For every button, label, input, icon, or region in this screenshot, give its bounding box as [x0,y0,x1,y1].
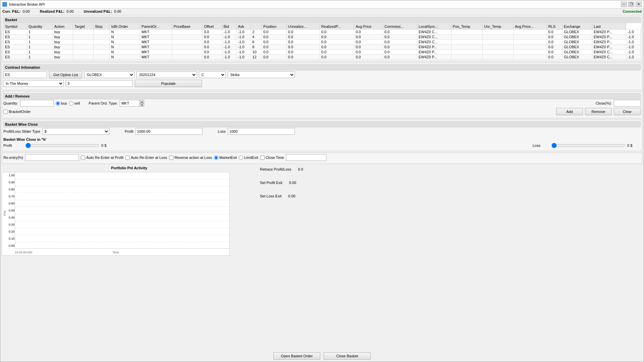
table-cell: MKT [140,55,172,60]
col-position: Position [262,24,286,29]
close-button[interactable]: ✕ [636,2,642,7]
table-cell: -1.0 [236,50,251,55]
y-label-0.50: 0.50 [9,209,13,212]
table-cell: N [110,35,140,40]
profit-slider[interactable] [25,143,99,148]
table-cell: -1.0 [626,40,640,45]
table-cell: GLOBEX [562,35,592,40]
parent-ord-type-wrapper: ▲ ▼ [120,100,144,107]
auto-re-enter-profit-checkbox[interactable] [81,156,85,160]
sell-radio[interactable] [69,101,73,106]
table-cell [451,50,482,55]
col-action: Action [53,24,73,29]
strike-select[interactable]: Strike [228,71,295,78]
minimize-button[interactable]: ─ [621,2,627,7]
right-info-panel: Retrace Profit/Loss 0.0 Set Profit Exit … [258,165,642,350]
market-exit-radio[interactable] [214,156,218,160]
sell-radio-item: sell [69,101,80,106]
reverse-at-loss-checkbox[interactable] [169,156,173,160]
loss-input[interactable] [228,128,295,135]
limit-exit-radio[interactable] [239,156,243,160]
add-button[interactable]: Add [556,108,583,115]
table-cell [483,45,514,50]
title-bar-controls: ─ ❒ ✕ [621,2,642,7]
type-select[interactable]: C P [199,71,226,78]
profit-label-1: Profit [125,129,133,133]
basket-table-container[interactable]: Symbol Quantity Action Target Stop IsBr.… [3,23,641,60]
table-cell: EW4Z0 P... [592,40,626,45]
populate-button[interactable]: Populate [135,80,202,87]
close-time-input[interactable] [286,154,326,161]
close-pct-input[interactable] [614,100,641,107]
table-cell: buy [53,50,73,55]
table-cell [451,45,482,50]
quantity-input[interactable] [20,100,54,107]
table-cell: -1.0 [222,55,236,60]
col-target: Target [73,24,94,29]
in-the-money-select[interactable]: In The Money Out The Money The Money At … [3,80,64,87]
table-cell: N [110,55,140,60]
table-cell: -1.0 [236,55,251,60]
sell-label: sell [74,101,80,105]
count-input[interactable] [66,80,133,87]
table-cell: buy [53,45,73,50]
profit-input[interactable] [136,128,203,135]
loss-slider-value: 0 $ [627,143,641,147]
parent-ord-type-label: Parent Ord. Type: [89,101,118,105]
table-cell: 1 [27,50,53,55]
table-cell [172,45,203,50]
table-cell: EW4Z0 C... [417,29,451,35]
grid-line-7 [15,221,229,221]
parent-ord-type-input[interactable] [120,100,140,107]
table-cell [513,55,547,60]
open-basket-order-button[interactable]: Open Basket Order [273,352,320,360]
remove-button[interactable]: Remove [585,108,612,115]
table-cell: N [110,50,140,55]
add-remove-header: Add / Remove [3,93,641,99]
date-select[interactable]: 20201224 [137,71,197,78]
close-time-checkbox[interactable] [260,156,265,160]
table-cell [483,50,514,55]
buy-radio[interactable] [56,101,60,106]
re-entry-input[interactable] [25,154,79,161]
grid-line-2 [15,186,229,186]
chart-title: Portfolio Pnl Activity [2,165,257,171]
table-cell: 0.0 [286,55,320,60]
table-cell: 0.0 [354,55,383,60]
set-profit-exit-value: 0.00 [289,181,296,185]
slider-type-select[interactable]: $ % [42,128,109,135]
chart-y-axis-label: PNL [3,212,6,216]
grid-line-3 [15,193,229,193]
quantity-label: Quantity: [3,101,18,105]
table-header-row: Symbol Quantity Action Target Stop IsBr.… [4,24,641,29]
table-cell: 0.0 [354,29,383,35]
get-option-list-button[interactable]: Get Option List [49,71,82,78]
table-cell: -1.0 [222,35,236,40]
clear-button[interactable]: Clear [614,108,641,115]
col-ask: Ask [236,24,251,29]
mkt-down-button[interactable]: ▼ [140,103,144,107]
exchange-select[interactable]: GLOBEX [84,71,135,78]
table-cell [172,35,203,40]
restore-button[interactable]: ❒ [628,2,634,7]
table-cell: 12 [251,55,262,60]
table-cell: EW4Z0 P... [417,45,451,50]
table-cell: 0.0 [320,45,354,50]
close-basket-button[interactable]: Close Basket [324,352,371,360]
realized-pnl-value: 0.00 [66,9,73,13]
grid-line-1 [15,179,229,179]
y-label-0.30: 0.30 [9,223,13,226]
main-window: Interactive Broker API ─ ❒ ✕ Curr. P&L: … [0,0,644,362]
symbol-input[interactable] [3,71,47,78]
chart-x-start-label: 16:00:00.000 [15,251,33,254]
bracket-order-checkbox[interactable] [3,110,8,114]
auto-re-enter-loss-checkbox[interactable] [125,156,130,160]
y-label-0.40: 0.40 [9,216,13,219]
table-cell [172,50,203,55]
table-cell [172,55,203,60]
contract-info-header: Contract Infomation [3,64,641,70]
table-cell [172,40,203,45]
table-cell: 2 [251,29,262,35]
loss-slider[interactable] [551,143,625,148]
mkt-up-button[interactable]: ▲ [140,100,144,103]
